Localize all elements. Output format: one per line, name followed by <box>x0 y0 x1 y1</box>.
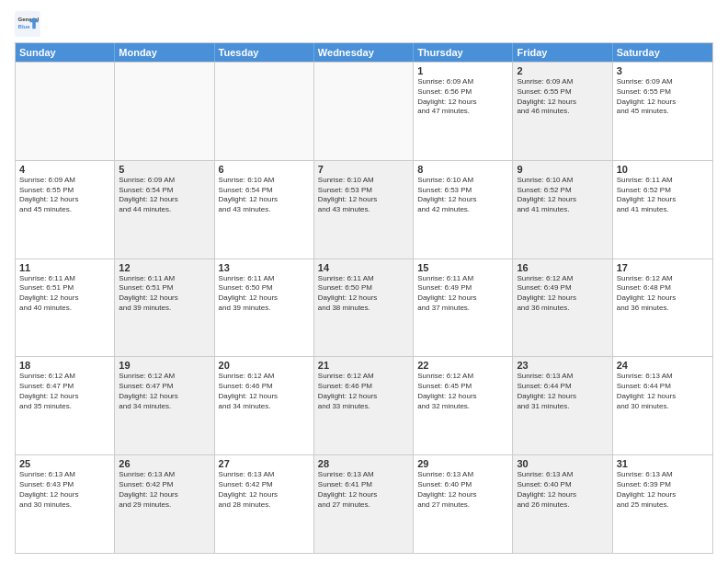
logo: General Blue <box>15 11 40 37</box>
cell-info: Sunrise: 6:12 AM Sunset: 6:46 PM Dayligh… <box>318 372 409 411</box>
cell-info: Sunrise: 6:13 AM Sunset: 6:43 PM Dayligh… <box>19 470 110 510</box>
day-number: 1 <box>417 65 508 76</box>
cell-info: Sunrise: 6:13 AM Sunset: 6:44 PM Dayligh… <box>517 372 608 411</box>
calendar-cell-21: 21Sunrise: 6:12 AM Sunset: 6:46 PM Dayli… <box>314 357 414 454</box>
calendar-row-3: 18Sunrise: 6:12 AM Sunset: 6:47 PM Dayli… <box>16 356 712 454</box>
calendar-cell-6: 6Sunrise: 6:10 AM Sunset: 6:54 PM Daylig… <box>215 161 314 259</box>
cell-info: Sunrise: 6:10 AM Sunset: 6:52 PM Dayligh… <box>517 176 608 215</box>
header: General Blue <box>15 11 713 37</box>
svg-text:Blue: Blue <box>18 23 31 29</box>
day-number: 8 <box>417 164 508 175</box>
day-number: 15 <box>417 262 508 273</box>
header-day-wednesday: Wednesday <box>314 43 414 62</box>
calendar-cell-31: 31Sunrise: 6:13 AM Sunset: 6:39 PM Dayli… <box>613 455 712 553</box>
calendar-cell-15: 15Sunrise: 6:11 AM Sunset: 6:49 PM Dayli… <box>414 259 513 357</box>
calendar-cell-17: 17Sunrise: 6:12 AM Sunset: 6:48 PM Dayli… <box>613 259 712 357</box>
calendar-cell-11: 11Sunrise: 6:11 AM Sunset: 6:51 PM Dayli… <box>16 259 115 357</box>
cell-info: Sunrise: 6:12 AM Sunset: 6:49 PM Dayligh… <box>517 274 608 314</box>
day-number: 31 <box>617 458 709 469</box>
cell-info: Sunrise: 6:09 AM Sunset: 6:55 PM Dayligh… <box>19 176 110 215</box>
cell-info: Sunrise: 6:10 AM Sunset: 6:53 PM Dayligh… <box>417 176 508 215</box>
calendar-cell-24: 24Sunrise: 6:13 AM Sunset: 6:44 PM Dayli… <box>613 357 712 454</box>
calendar-cell-empty-0-3 <box>314 63 414 160</box>
calendar-body: 1Sunrise: 6:09 AM Sunset: 6:56 PM Daylig… <box>16 62 712 553</box>
day-number: 18 <box>19 360 110 371</box>
calendar-cell-29: 29Sunrise: 6:13 AM Sunset: 6:40 PM Dayli… <box>414 455 513 553</box>
day-number: 14 <box>318 262 409 273</box>
day-number: 28 <box>318 458 409 469</box>
cell-info: Sunrise: 6:11 AM Sunset: 6:49 PM Dayligh… <box>417 274 508 314</box>
header-day-tuesday: Tuesday <box>215 43 314 62</box>
calendar-cell-5: 5Sunrise: 6:09 AM Sunset: 6:54 PM Daylig… <box>115 161 214 259</box>
calendar-cell-4: 4Sunrise: 6:09 AM Sunset: 6:55 PM Daylig… <box>16 161 115 259</box>
day-number: 7 <box>318 164 409 175</box>
cell-info: Sunrise: 6:13 AM Sunset: 6:41 PM Dayligh… <box>318 470 409 510</box>
day-number: 19 <box>119 360 210 371</box>
day-number: 2 <box>517 65 608 76</box>
day-number: 11 <box>19 262 110 273</box>
cell-info: Sunrise: 6:10 AM Sunset: 6:54 PM Dayligh… <box>219 176 310 215</box>
day-number: 29 <box>417 458 508 469</box>
day-number: 16 <box>517 262 608 273</box>
day-number: 24 <box>617 360 709 371</box>
day-number: 13 <box>219 262 310 273</box>
calendar-cell-25: 25Sunrise: 6:13 AM Sunset: 6:43 PM Dayli… <box>16 455 115 553</box>
cell-info: Sunrise: 6:13 AM Sunset: 6:40 PM Dayligh… <box>517 470 608 510</box>
calendar-cell-28: 28Sunrise: 6:13 AM Sunset: 6:41 PM Dayli… <box>314 455 414 553</box>
day-number: 17 <box>617 262 709 273</box>
cell-info: Sunrise: 6:11 AM Sunset: 6:51 PM Dayligh… <box>119 274 210 314</box>
header-day-monday: Monday <box>115 43 214 62</box>
page: General Blue SundayMondayTuesdayWednesda… <box>0 0 728 563</box>
cell-info: Sunrise: 6:13 AM Sunset: 6:39 PM Dayligh… <box>617 470 709 510</box>
day-number: 20 <box>219 360 310 371</box>
calendar-cell-empty-0-1 <box>115 63 214 160</box>
cell-info: Sunrise: 6:12 AM Sunset: 6:48 PM Dayligh… <box>617 274 709 314</box>
day-number: 3 <box>617 65 709 76</box>
header-day-sunday: Sunday <box>16 43 115 62</box>
calendar-cell-13: 13Sunrise: 6:11 AM Sunset: 6:50 PM Dayli… <box>215 259 314 357</box>
day-number: 4 <box>19 164 110 175</box>
day-number: 25 <box>19 458 110 469</box>
cell-info: Sunrise: 6:09 AM Sunset: 6:55 PM Dayligh… <box>617 77 709 117</box>
calendar-cell-27: 27Sunrise: 6:13 AM Sunset: 6:42 PM Dayli… <box>215 455 314 553</box>
logo-icon: General Blue <box>15 11 40 37</box>
cell-info: Sunrise: 6:11 AM Sunset: 6:50 PM Dayligh… <box>219 274 310 314</box>
day-number: 9 <box>517 164 608 175</box>
calendar-cell-7: 7Sunrise: 6:10 AM Sunset: 6:53 PM Daylig… <box>314 161 414 259</box>
day-number: 10 <box>617 164 709 175</box>
cell-info: Sunrise: 6:13 AM Sunset: 6:42 PM Dayligh… <box>219 470 310 510</box>
calendar-cell-23: 23Sunrise: 6:13 AM Sunset: 6:44 PM Dayli… <box>513 357 612 454</box>
calendar-cell-2: 2Sunrise: 6:09 AM Sunset: 6:55 PM Daylig… <box>513 63 612 160</box>
cell-info: Sunrise: 6:09 AM Sunset: 6:56 PM Dayligh… <box>417 77 508 117</box>
calendar-cell-empty-0-2 <box>215 63 314 160</box>
cell-info: Sunrise: 6:13 AM Sunset: 6:44 PM Dayligh… <box>617 372 709 411</box>
header-day-saturday: Saturday <box>613 43 712 62</box>
day-number: 5 <box>119 164 210 175</box>
day-number: 26 <box>119 458 210 469</box>
header-day-thursday: Thursday <box>414 43 513 62</box>
calendar-cell-30: 30Sunrise: 6:13 AM Sunset: 6:40 PM Dayli… <box>513 455 612 553</box>
calendar-cell-9: 9Sunrise: 6:10 AM Sunset: 6:52 PM Daylig… <box>513 161 612 259</box>
calendar-cell-14: 14Sunrise: 6:11 AM Sunset: 6:50 PM Dayli… <box>314 259 414 357</box>
day-number: 30 <box>517 458 608 469</box>
cell-info: Sunrise: 6:11 AM Sunset: 6:50 PM Dayligh… <box>318 274 409 314</box>
calendar-cell-12: 12Sunrise: 6:11 AM Sunset: 6:51 PM Dayli… <box>115 259 214 357</box>
calendar-row-4: 25Sunrise: 6:13 AM Sunset: 6:43 PM Dayli… <box>16 454 712 553</box>
cell-info: Sunrise: 6:09 AM Sunset: 6:54 PM Dayligh… <box>119 176 210 215</box>
calendar: SundayMondayTuesdayWednesdayThursdayFrid… <box>15 42 713 554</box>
calendar-row-2: 11Sunrise: 6:11 AM Sunset: 6:51 PM Dayli… <box>16 259 712 357</box>
calendar-cell-empty-0-0 <box>16 63 115 160</box>
cell-info: Sunrise: 6:10 AM Sunset: 6:53 PM Dayligh… <box>318 176 409 215</box>
cell-info: Sunrise: 6:11 AM Sunset: 6:51 PM Dayligh… <box>19 274 110 314</box>
calendar-header: SundayMondayTuesdayWednesdayThursdayFrid… <box>16 43 712 62</box>
calendar-cell-3: 3Sunrise: 6:09 AM Sunset: 6:55 PM Daylig… <box>613 63 712 160</box>
calendar-cell-26: 26Sunrise: 6:13 AM Sunset: 6:42 PM Dayli… <box>115 455 214 553</box>
day-number: 6 <box>219 164 310 175</box>
cell-info: Sunrise: 6:12 AM Sunset: 6:47 PM Dayligh… <box>119 372 210 411</box>
cell-info: Sunrise: 6:11 AM Sunset: 6:52 PM Dayligh… <box>617 176 709 215</box>
cell-info: Sunrise: 6:09 AM Sunset: 6:55 PM Dayligh… <box>517 77 608 117</box>
cell-info: Sunrise: 6:13 AM Sunset: 6:40 PM Dayligh… <box>417 470 508 510</box>
header-day-friday: Friday <box>513 43 612 62</box>
day-number: 27 <box>219 458 310 469</box>
cell-info: Sunrise: 6:12 AM Sunset: 6:45 PM Dayligh… <box>417 372 508 411</box>
